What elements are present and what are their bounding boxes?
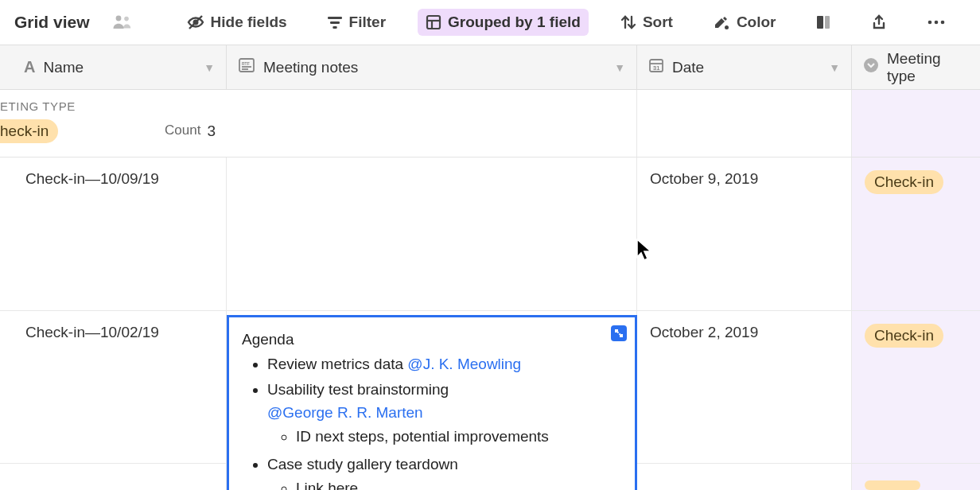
chevron-down-icon[interactable]: ▼ <box>204 61 215 74</box>
calendar-field-icon: 31 <box>648 57 664 77</box>
sort-button[interactable]: Sort <box>612 9 681 36</box>
svg-rect-5 <box>330 21 340 24</box>
column-date-label: Date <box>672 59 704 76</box>
expand-cell-icon[interactable] <box>611 325 627 341</box>
svg-rect-7 <box>427 16 440 29</box>
color-button[interactable]: Color <box>705 9 784 36</box>
column-header-meeting-type[interactable]: Meeting type <box>852 45 980 89</box>
mention[interactable]: @J. K. Meowling <box>407 356 521 372</box>
column-header-meeting-notes[interactable]: RTF Meeting notes ▼ <box>227 45 637 89</box>
group-value-pill[interactable]: heck-in <box>0 119 58 143</box>
collab-icon[interactable] <box>111 9 134 36</box>
date-cell[interactable]: October 9, 2019 <box>637 158 852 310</box>
column-header-name[interactable]: A Name ▼ <box>0 45 227 89</box>
svg-point-14 <box>935 21 939 25</box>
table-row: Check-in—10/09/19 October 9, 2019 Check-… <box>0 158 980 311</box>
select-field-icon <box>863 57 879 77</box>
svg-text:31: 31 <box>653 64 659 72</box>
svg-rect-4 <box>328 17 342 19</box>
svg-rect-11 <box>817 16 823 29</box>
meeting-notes-cell-active[interactable]: Agenda Review metrics data @J. K. Meowli… <box>227 315 637 490</box>
type-pill: Check-in <box>865 324 943 348</box>
svg-point-0 <box>115 16 121 21</box>
group-field-label: ETING TYPE <box>0 99 216 113</box>
svg-text:RTF: RTF <box>242 61 250 66</box>
chevron-down-icon[interactable]: ▼ <box>829 61 840 74</box>
filter-button[interactable]: Filter <box>319 9 394 36</box>
hide-fields-button[interactable]: Hide fields <box>179 9 295 36</box>
mention[interactable]: @George R. R. Marten <box>267 404 423 421</box>
column-header-row: A Name ▼ RTF Meeting notes ▼ 31 Date ▼ M… <box>0 45 980 90</box>
view-name[interactable]: Grid view <box>6 8 98 37</box>
meeting-type-cell[interactable]: Check-in <box>852 311 980 463</box>
svg-point-10 <box>725 25 729 29</box>
svg-point-13 <box>928 21 932 25</box>
share-view-icon[interactable] <box>863 10 895 35</box>
svg-point-23 <box>864 58 878 72</box>
svg-point-1 <box>124 17 129 21</box>
grouped-label: Grouped by 1 field <box>448 14 581 31</box>
svg-rect-6 <box>332 26 336 29</box>
agenda-heading: Agenda <box>242 329 622 352</box>
filter-label: Filter <box>349 14 386 31</box>
text-field-icon: A <box>24 58 35 76</box>
rich-text-content[interactable]: Agenda Review metrics data @J. K. Meowli… <box>242 329 622 490</box>
name-cell[interactable]: Check-in—10/02/19 <box>0 311 227 463</box>
rtf-field-icon: RTF <box>238 56 255 78</box>
color-label: Color <box>737 14 776 31</box>
more-icon[interactable] <box>919 14 954 30</box>
row-height-icon[interactable] <box>807 10 839 35</box>
sort-label: Sort <box>643 14 673 31</box>
meeting-type-cell[interactable]: Check-in <box>852 158 980 310</box>
group-count: Count 3 <box>165 122 216 140</box>
type-pill <box>865 480 920 490</box>
hide-fields-label: Hide fields <box>211 14 287 31</box>
column-header-date[interactable]: 31 Date ▼ <box>637 45 852 89</box>
column-name-label: Name <box>43 59 84 76</box>
grouped-by-button[interactable]: Grouped by 1 field <box>418 9 589 36</box>
group-header: ETING TYPE heck-in Count 3 <box>0 90 980 158</box>
date-cell[interactable]: October 2, 2019 <box>637 311 852 463</box>
type-pill: Check-in <box>865 170 943 194</box>
column-notes-label: Meeting notes <box>263 59 358 76</box>
chevron-down-icon[interactable]: ▼ <box>614 61 625 74</box>
svg-rect-12 <box>825 16 830 29</box>
toolbar: Grid view Hide fields Filter Grouped by … <box>0 0 980 45</box>
name-cell[interactable]: Check-in—10/09/19 <box>0 158 227 310</box>
column-type-label: Meeting type <box>887 50 969 85</box>
svg-point-15 <box>941 21 945 25</box>
